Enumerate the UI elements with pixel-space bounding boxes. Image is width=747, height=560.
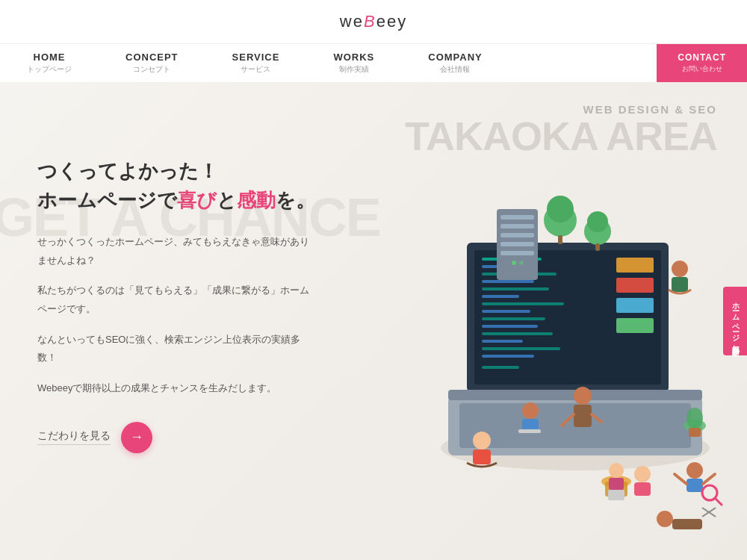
- svg-rect-46: [518, 429, 541, 433]
- svg-line-58: [703, 474, 715, 484]
- nav-works-sublabel: 制作実績: [339, 64, 369, 75]
- svg-point-47: [574, 387, 592, 405]
- nav-service[interactable]: SERVICE サービス: [205, 44, 307, 82]
- svg-rect-14: [482, 325, 538, 328]
- svg-rect-18: [482, 355, 534, 358]
- svg-rect-60: [672, 519, 702, 529]
- svg-rect-8: [482, 280, 534, 283]
- svg-rect-19: [482, 366, 519, 369]
- svg-rect-48: [574, 405, 592, 427]
- svg-rect-16: [482, 340, 523, 343]
- svg-rect-10: [482, 295, 519, 298]
- hero-headline: つくってよかった！ ホームページで喜びと感動を。: [37, 157, 315, 215]
- svg-point-44: [522, 402, 539, 419]
- nav-service-sublabel: サービス: [241, 64, 270, 75]
- svg-rect-43: [473, 449, 491, 464]
- svg-rect-9: [482, 287, 549, 290]
- hero-content: つくってよかった！ ホームページで喜びと感動を。 せっかくつくったホームページ、…: [37, 157, 315, 453]
- nav-contact-sublabel: お問い合わせ: [682, 64, 722, 74]
- side-tab[interactable]: ホームページ無料診断: [723, 287, 747, 355]
- hero-section: GET A CHANCE WEB DESIGN & SEO TAKAOKA AR…: [0, 82, 747, 560]
- svg-rect-23: [616, 318, 654, 333]
- svg-point-42: [473, 432, 491, 449]
- nav-company-label: COMPANY: [428, 52, 482, 63]
- svg-line-62: [715, 498, 722, 505]
- headline-line2-pre: ホームページで: [37, 189, 177, 211]
- svg-rect-13: [482, 317, 545, 320]
- svg-point-59: [657, 511, 673, 527]
- svg-point-32: [519, 261, 524, 265]
- svg-rect-22: [616, 298, 654, 313]
- svg-rect-15: [482, 332, 553, 335]
- svg-rect-28: [500, 233, 534, 237]
- logo[interactable]: weBeey: [340, 12, 407, 31]
- headline-mid: と: [217, 189, 237, 211]
- header: weBeey: [0, 0, 747, 43]
- svg-rect-27: [500, 224, 534, 228]
- svg-rect-20: [616, 258, 654, 273]
- svg-rect-56: [686, 479, 703, 492]
- svg-rect-54: [634, 482, 651, 496]
- navigation: HOME トップページ CONCEPT コンセプト SERVICE サービス W…: [0, 43, 747, 82]
- side-tab-text: ホームページ無料診断: [730, 297, 740, 345]
- cta-label: こだわりを見る: [37, 429, 111, 445]
- svg-rect-38: [595, 243, 600, 251]
- nav-company[interactable]: COMPANY 会社情報: [401, 44, 509, 82]
- hero-body1: せっかくつくったホームページ、みてもらえなきゃ意味があり ませんよね？: [37, 233, 315, 270]
- svg-point-67: [609, 463, 624, 478]
- svg-line-57: [675, 474, 686, 484]
- svg-rect-35: [558, 235, 562, 244]
- svg-rect-17: [482, 347, 560, 350]
- nav-service-label: SERVICE: [232, 52, 280, 63]
- hero-body3: なんといってもSEOに強く、検索エンジン上位表示の実績多 数！: [37, 331, 315, 367]
- nav-works-label: WORKS: [333, 52, 374, 63]
- nav-company-sublabel: 会社情報: [440, 64, 470, 75]
- cta-arrow-icon: →: [130, 429, 143, 445]
- svg-rect-12: [482, 310, 530, 313]
- nav-concept-label: CONCEPT: [125, 52, 179, 63]
- hero-body2: 私たちがつくるのは「見てもらえる」「成果に繋がる」ホーム ページです。: [37, 281, 315, 318]
- svg-rect-26: [500, 215, 534, 220]
- hero-body4: Webeeyで期待以上の成果とチャンスを生みだします。: [37, 379, 315, 398]
- svg-point-53: [634, 466, 651, 482]
- headline-highlight1: 喜び: [177, 189, 217, 211]
- headline-post: を。: [276, 189, 315, 211]
- hero-cta: こだわりを見る →: [37, 422, 315, 453]
- svg-rect-21: [616, 278, 654, 293]
- svg-point-55: [686, 462, 703, 479]
- svg-rect-30: [500, 251, 534, 255]
- nav-concept-sublabel: コンセプト: [133, 64, 170, 75]
- svg-rect-68: [609, 478, 624, 490]
- nav-contact-label: CONTACT: [678, 52, 726, 63]
- svg-rect-41: [689, 428, 701, 437]
- svg-point-31: [512, 261, 516, 265]
- nav-contact[interactable]: CONTACT お問い合わせ: [657, 44, 747, 82]
- nav-works[interactable]: WORKS 制作実績: [306, 44, 401, 82]
- headline-highlight2: 感動: [237, 189, 276, 211]
- svg-point-34: [547, 196, 574, 223]
- svg-rect-11: [482, 302, 564, 305]
- nav-home-sublabel: トップページ: [27, 64, 72, 75]
- cta-button[interactable]: →: [121, 422, 152, 453]
- headline-line1: つくってよかった！: [37, 160, 218, 182]
- svg-rect-29: [500, 242, 534, 246]
- nav-concept[interactable]: CONCEPT コンセプト: [99, 44, 205, 82]
- svg-point-51: [672, 261, 688, 277]
- nav-items: HOME トップページ CONCEPT コンセプト SERVICE サービス W…: [0, 44, 657, 82]
- nav-home-label: HOME: [34, 52, 66, 63]
- svg-point-40: [686, 408, 703, 429]
- svg-rect-52: [672, 277, 688, 292]
- svg-point-37: [587, 211, 608, 232]
- nav-home[interactable]: HOME トップページ: [0, 44, 99, 82]
- svg-rect-69: [608, 490, 624, 500]
- hero-illustration: [351, 105, 725, 538]
